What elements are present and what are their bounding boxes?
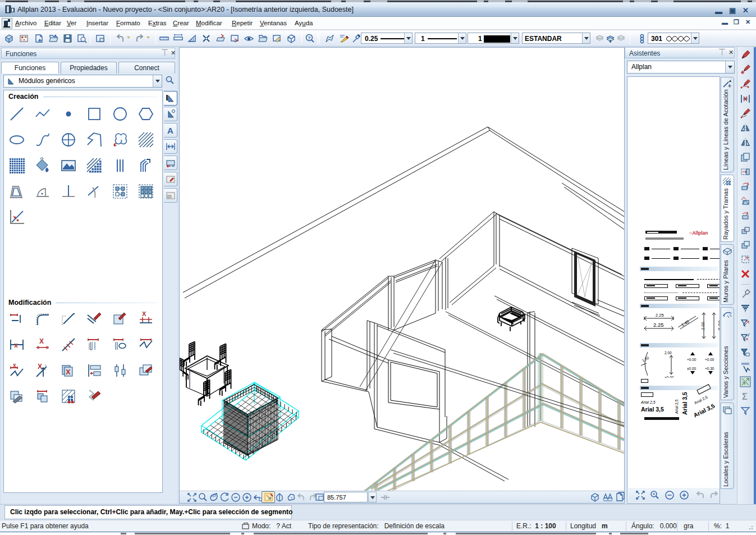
svg-text:X: X bbox=[142, 310, 146, 317]
svg-text:+0.00: +0.00 bbox=[687, 358, 697, 362]
svg-text:2.25: 2.25 bbox=[656, 313, 664, 318]
svg-text:x: x bbox=[13, 362, 16, 368]
svg-text:+0.00: +0.00 bbox=[705, 358, 714, 362]
svg-text:Σ: Σ bbox=[742, 392, 748, 401]
svg-text:±0.00: ±0.00 bbox=[687, 367, 697, 371]
svg-text:x: x bbox=[14, 341, 18, 349]
svg-text:1.50: 1.50 bbox=[642, 355, 650, 362]
svg-text:X: X bbox=[38, 363, 42, 371]
svg-text:X: X bbox=[66, 368, 71, 376]
svg-text:+0.30: +0.30 bbox=[705, 367, 714, 371]
svg-text:A: A bbox=[167, 126, 173, 135]
svg-text:2.00: 2.00 bbox=[700, 322, 705, 330]
svg-text:2.00: 2.00 bbox=[665, 351, 672, 355]
svg-text:?: ? bbox=[308, 35, 311, 40]
svg-text:1.40: 1.40 bbox=[680, 319, 690, 327]
svg-text:2.00: 2.00 bbox=[717, 321, 720, 331]
svg-text:2.25: 2.25 bbox=[653, 322, 664, 328]
svg-text:X: X bbox=[39, 337, 44, 345]
svg-text:+0.00: +0.00 bbox=[665, 376, 674, 378]
